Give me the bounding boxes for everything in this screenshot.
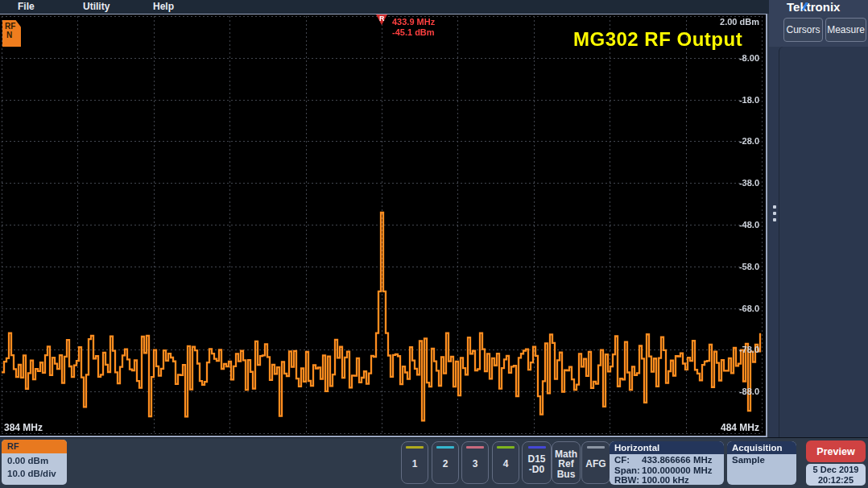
horizontal-row-value: 100.000000 MHz bbox=[642, 465, 713, 476]
horizontal-panel-title: Horizontal bbox=[610, 441, 724, 454]
channel-button-label: 3 bbox=[473, 449, 478, 483]
measure-button[interactable]: Measure bbox=[825, 18, 866, 42]
date-value: 5 Dec 2019 bbox=[813, 465, 859, 475]
acquisition-mode: Sample bbox=[727, 454, 796, 465]
rf-channel-flag[interactable]: RF N bbox=[2, 20, 21, 47]
amplitude-tick-label: -48.0 bbox=[739, 220, 759, 230]
channel-button-label-line: 1 bbox=[412, 459, 418, 469]
channel-button-label-line: -D0 bbox=[529, 465, 544, 475]
horizontal-row-label: RBW: bbox=[614, 475, 642, 485]
drag-dot bbox=[773, 218, 776, 221]
horizontal-panel-body: CF:433.866666 MHzSpan:100.000000 MHzRBW:… bbox=[610, 454, 724, 485]
channel-button-label-line: Bus bbox=[557, 469, 576, 480]
rf-level-value: 0.00 dBm bbox=[7, 454, 67, 467]
amplitude-tick-label: -68.0 bbox=[739, 304, 759, 313]
amplitude-tick-label: -38.0 bbox=[739, 178, 759, 188]
drag-dot bbox=[773, 212, 776, 215]
reference-marker-symbol: R bbox=[379, 14, 385, 23]
horizontal-row-label: CF: bbox=[614, 455, 642, 465]
rf-badge-body: 0.00 dBm 10.0 dB/div bbox=[2, 453, 67, 480]
horizontal-row-label: Span: bbox=[614, 465, 642, 476]
horizontal-row-value: 100.00 kHz bbox=[642, 475, 689, 485]
acquisition-panel-title: Acquisition bbox=[727, 441, 796, 454]
digital-d15-d0-button[interactable]: D15-D0 bbox=[522, 441, 552, 484]
marker-readout: 433.9 MHz -45.1 dBm bbox=[392, 17, 435, 38]
channel-button-label-line: 2 bbox=[443, 459, 448, 469]
menu-item-help[interactable]: Help bbox=[153, 0, 174, 14]
panel-drag-handle[interactable] bbox=[771, 205, 778, 221]
stop-frequency-label: 484 MHz bbox=[721, 422, 759, 433]
rf-badge-title: RF bbox=[2, 440, 67, 453]
acquisition-panel[interactable]: Acquisition Sample bbox=[727, 441, 796, 485]
right-panel-lower bbox=[779, 47, 868, 437]
channel-button-label: MathRefBus bbox=[555, 449, 577, 483]
amplitude-tick-label: -28.0 bbox=[739, 136, 759, 146]
horizontal-row: CF:433.866666 MHz bbox=[614, 455, 724, 465]
channel-button-label-line: D15 bbox=[527, 454, 545, 465]
channel-button-label: D15-D0 bbox=[527, 449, 545, 483]
time-value: 20:12:25 bbox=[818, 475, 854, 486]
drag-dot bbox=[773, 205, 776, 209]
channel-button-label-line: AFG bbox=[585, 459, 606, 469]
rf-scale-value: 10.0 dB/div bbox=[7, 467, 67, 480]
afg-button[interactable]: AFG bbox=[581, 441, 610, 484]
right-panel: Tektronix Cursors Measure bbox=[769, 0, 868, 437]
bottom-bar: RF 0.00 dBm 10.0 dB/div 1234D15-D0MathRe… bbox=[0, 437, 868, 488]
horizontal-panel[interactable]: Horizontal CF:433.866666 MHzSpan:100.000… bbox=[610, 441, 724, 485]
math-ref-bus-button[interactable]: MathRefBus bbox=[552, 441, 581, 484]
menu-item-file[interactable]: File bbox=[18, 0, 35, 14]
tektronix-logo: Tektronix bbox=[787, 0, 840, 14]
channel-button-label: 2 bbox=[443, 449, 448, 483]
amplitude-tick-label: -18.0 bbox=[739, 95, 759, 105]
horizontal-row-value: 433.866666 MHz bbox=[642, 455, 713, 465]
menu-bar: FileUtilityHelp bbox=[0, 0, 769, 14]
channel-4-button[interactable]: 4 bbox=[492, 441, 519, 484]
preview-button[interactable]: Preview bbox=[806, 440, 866, 462]
rf-flag-line2: N bbox=[5, 31, 21, 39]
marker-frequency: 433.9 MHz bbox=[392, 17, 435, 27]
channel-button-label: AFG bbox=[585, 449, 606, 483]
channel-button-label-line: 3 bbox=[473, 459, 478, 469]
amplitude-tick-label: -58.0 bbox=[739, 262, 759, 271]
channel-button-label: 4 bbox=[503, 449, 509, 483]
channel-button-label-line: Ref bbox=[558, 459, 573, 469]
datetime-display[interactable]: 5 Dec 2019 20:12:25 bbox=[806, 464, 866, 486]
screen-annotation: MG302 RF Output bbox=[573, 28, 742, 51]
waveform-display[interactable]: RF N R 433.9 MHz -45.1 dBm MG302 RF Outp… bbox=[0, 14, 767, 437]
spectrum-trace-canvas[interactable] bbox=[0, 14, 766, 435]
marker-level: -45.1 dBm bbox=[392, 27, 435, 38]
menu-item-utility[interactable]: Utility bbox=[83, 0, 110, 14]
amplitude-tick-label: -78.0 bbox=[739, 345, 759, 354]
amplitude-tick-label: -88.0 bbox=[739, 387, 759, 396]
channel-2-button[interactable]: 2 bbox=[432, 441, 459, 484]
channel-3-button[interactable]: 3 bbox=[461, 441, 489, 484]
channel-button-label-line: 4 bbox=[503, 459, 509, 469]
rf-channel-badge[interactable]: RF 0.00 dBm 10.0 dB/div bbox=[2, 440, 67, 485]
channel-1-button[interactable]: 1 bbox=[401, 441, 428, 484]
ref-level-label: 2.00 dBm bbox=[720, 17, 759, 27]
channel-button-label: 1 bbox=[412, 449, 418, 483]
cursors-button[interactable]: Cursors bbox=[783, 18, 823, 42]
horizontal-row: RBW:100.00 kHz bbox=[614, 475, 724, 485]
start-frequency-label: 384 MHz bbox=[4, 422, 43, 433]
horizontal-row: Span:100.000000 MHz bbox=[614, 465, 724, 476]
amplitude-tick-label: -8.00 bbox=[739, 53, 759, 63]
